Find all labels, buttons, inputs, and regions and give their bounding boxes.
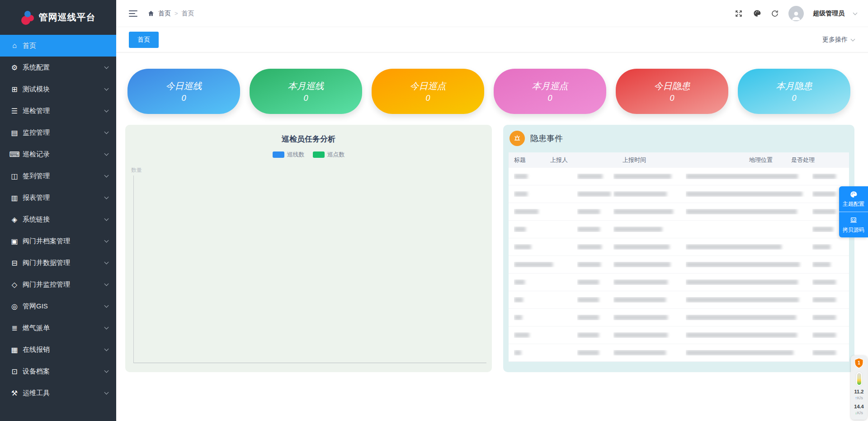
sidebar-item[interactable]: ⊟ 阀门井数据管理: [0, 252, 116, 274]
chevron-down-icon: [104, 260, 109, 264]
upload-speed: 11.2 ↑K/s: [854, 389, 864, 401]
sidebar-item-label: 测试模块: [23, 85, 105, 94]
column-header: 是否处理: [791, 156, 815, 164]
theme-palette-icon[interactable]: [752, 9, 761, 18]
sidebar-item-label: 阀门井数据管理: [23, 259, 105, 267]
stat-card-value: 0: [670, 94, 674, 103]
chevron-down-icon[interactable]: [853, 10, 858, 15]
modules-icon: ⊞: [9, 85, 20, 94]
stat-card[interactable]: 今日隐患 0: [616, 69, 728, 114]
table-row[interactable]: [509, 344, 849, 362]
sidebar-item[interactable]: ▤ 监控管理: [0, 122, 116, 143]
cell-location-redacted: [686, 209, 812, 214]
cell-reporter-redacted: [577, 174, 613, 179]
sidebar-item-label: 首页: [23, 42, 108, 50]
top-header: 首页 > 首页 超级管理员: [116, 0, 868, 27]
theme-config-label: 主题配置: [843, 201, 864, 207]
cell-handled-redacted: [812, 279, 854, 285]
cell-report-time-redacted: [613, 191, 686, 197]
stat-card-value: 0: [425, 94, 430, 103]
net-monitor-widget[interactable]: 1 11.2 ↑K/s 14.4 ↓K/s: [851, 355, 867, 420]
chevron-down-icon: [104, 173, 109, 177]
gear-icon: ⚙: [9, 63, 20, 72]
sidebar-item-label: 在线报销: [23, 345, 105, 354]
table-row[interactable]: [509, 168, 849, 185]
table-row[interactable]: [509, 185, 849, 203]
stat-card[interactable]: 本月巡点 0: [494, 69, 606, 114]
table-row[interactable]: [509, 326, 849, 344]
cell-location-redacted: [686, 262, 812, 267]
sidebar-item[interactable]: ◎ 管网GIS: [0, 295, 116, 317]
gis-map-icon: ◎: [9, 302, 20, 311]
monitor-list-icon: ▤: [9, 128, 20, 137]
cell-title-redacted: [514, 262, 577, 267]
theme-config-button[interactable]: 主题配置: [839, 186, 868, 212]
table-row[interactable]: [509, 274, 849, 291]
cell-reporter-redacted: [577, 332, 613, 338]
sidebar-item[interactable]: ⚒ 运维工具: [0, 382, 116, 404]
sidebar-item[interactable]: ▦ 在线报销: [0, 339, 116, 360]
chevron-down-icon: [104, 368, 109, 373]
sidebar-item[interactable]: ⚙ 系统配置: [0, 57, 116, 78]
breadcrumb-root[interactable]: 首页: [158, 9, 171, 18]
sidebar-menu: ⌂ 首页 ⚙ 系统配置 ⊞ 测试模块 ☰ 巡检管理: [0, 35, 116, 404]
ops-tools-icon: ⚒: [9, 389, 20, 397]
cell-report-time-redacted: [613, 297, 686, 303]
stat-card-label: 今日巡线: [166, 80, 202, 92]
chevron-down-icon: [104, 86, 109, 90]
sidebar-item[interactable]: ⌂ 首页: [0, 35, 116, 57]
cell-reporter-redacted: [577, 262, 613, 267]
more-operations-button[interactable]: 更多操作: [822, 36, 854, 44]
sidebar-item[interactable]: ▥ 报表管理: [0, 187, 116, 208]
stat-card[interactable]: 本月巡线 0: [250, 69, 362, 114]
sidebar-item[interactable]: ◫ 签到管理: [0, 165, 116, 187]
sidebar-item[interactable]: ⌨ 巡检记录: [0, 143, 116, 165]
sidebar-item[interactable]: ◈ 系统链接: [0, 208, 116, 230]
stat-card-label: 今日隐患: [654, 80, 690, 92]
cell-report-time-redacted: [613, 350, 686, 355]
sidebar-item[interactable]: ⊡ 设备档案: [0, 360, 116, 382]
sidebar-item[interactable]: ≣ 燃气派单: [0, 317, 116, 339]
expense-icon: ▦: [9, 345, 20, 354]
sidebar-item-label: 报表管理: [23, 194, 105, 202]
legend-item[interactable]: 巡点数: [313, 151, 345, 159]
cell-title-redacted: [514, 297, 577, 303]
sidebar-item[interactable]: ☰ 巡检管理: [0, 100, 116, 122]
cell-location-redacted: [686, 191, 812, 197]
user-name[interactable]: 超级管理员: [813, 9, 844, 18]
chart-legend: 巡线数 巡点数: [125, 151, 492, 159]
cell-handled-redacted: [812, 350, 854, 355]
table-row[interactable]: [509, 291, 849, 309]
sidebar-item-label: 阀门井档案管理: [23, 237, 105, 246]
sidebar-item[interactable]: ◇ 阀门井监控管理: [0, 274, 116, 295]
fullscreen-icon[interactable]: [734, 9, 743, 18]
table-row[interactable]: [509, 309, 849, 326]
sidebar-item-label: 签到管理: [23, 172, 105, 180]
table-row[interactable]: [509, 203, 849, 221]
cell-title-redacted: [514, 244, 577, 250]
tab-home[interactable]: 首页: [129, 32, 159, 48]
refresh-icon[interactable]: [770, 9, 779, 18]
cube-link-icon: ◈: [9, 215, 20, 224]
table-row[interactable]: [509, 238, 849, 256]
stat-card[interactable]: 今日巡点 0: [372, 69, 484, 114]
breadcrumb-current: 首页: [182, 9, 194, 18]
laptop-icon: ⌨: [9, 150, 20, 159]
cube-monitor-icon: ◇: [9, 280, 20, 289]
table-row[interactable]: [509, 256, 849, 274]
user-avatar[interactable]: [788, 6, 804, 21]
stat-card[interactable]: 今日巡线 0: [127, 69, 240, 114]
table-row[interactable]: [509, 221, 849, 238]
sidebar-item[interactable]: ⊞ 测试模块: [0, 78, 116, 100]
copy-source-button[interactable]: 拷贝源码: [839, 212, 868, 237]
cell-report-time-redacted: [613, 244, 686, 250]
cell-location-redacted: [686, 350, 812, 355]
stat-card-value: 0: [181, 94, 186, 103]
breadcrumb: 首页 > 首页: [147, 9, 194, 18]
legend-item[interactable]: 巡线数: [273, 151, 305, 159]
cell-report-time-redacted: [613, 332, 686, 338]
sidebar-item[interactable]: ▣ 阀门井档案管理: [0, 230, 116, 252]
sidebar-toggle-icon[interactable]: [129, 10, 137, 17]
cell-handled-redacted: [812, 297, 854, 303]
stat-card[interactable]: 本月隐患 0: [738, 69, 850, 114]
